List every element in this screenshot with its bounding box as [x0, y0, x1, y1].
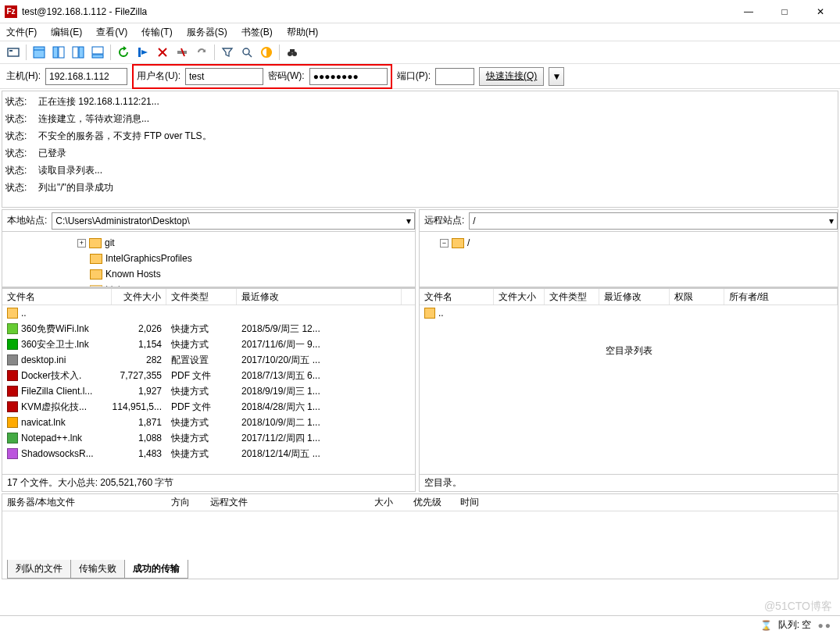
- folder-icon: [90, 254, 102, 264]
- folder-icon: [90, 285, 102, 287]
- tab-success[interactable]: 成功的传输: [124, 560, 188, 579]
- username-input[interactable]: [185, 68, 263, 85]
- folder-icon: [424, 308, 435, 319]
- list-item[interactable]: 360免费WiFi.lnk2,026快捷方式2018/5/9/周三 12...: [2, 321, 415, 337]
- menu-transfer[interactable]: 传输(T): [141, 26, 172, 39]
- col-time[interactable]: 时间: [456, 494, 838, 511]
- log-line: 已登录: [38, 144, 66, 162]
- quickconnect-button[interactable]: 快速连接(Q): [479, 67, 544, 86]
- svg-rect-2: [34, 47, 45, 58]
- list-item[interactable]: ..: [420, 305, 838, 321]
- list-item[interactable]: Notepad++.lnk1,088快捷方式2017/11/2/周四 1...: [2, 430, 415, 446]
- menu-edit[interactable]: 编辑(E): [51, 26, 82, 39]
- status-dots: ●●: [818, 620, 833, 631]
- list-item[interactable]: ShadowsocksR...1,483快捷方式2018/12/14/周五 ..…: [2, 446, 415, 461]
- queue-tabs: 列队的文件 传输失败 成功的传输: [2, 560, 838, 579]
- remote-file-header: 文件名 文件大小 文件类型 最近修改 权限 所有者/组: [420, 288, 838, 305]
- col-size[interactable]: 文件大小: [494, 289, 545, 305]
- host-input[interactable]: [45, 68, 127, 85]
- col-modified[interactable]: 最近修改: [237, 289, 402, 305]
- remote-status: 空目录。: [420, 474, 838, 491]
- svg-point-14: [243, 48, 249, 55]
- svg-rect-9: [92, 55, 103, 58]
- menu-bookmarks[interactable]: 书签(B): [241, 26, 273, 39]
- quickconnect-dropdown[interactable]: ▼: [549, 67, 564, 86]
- menu-server[interactable]: 服务器(S): [187, 26, 227, 39]
- queue-body[interactable]: [2, 511, 838, 560]
- remote-tree[interactable]: −/: [420, 232, 838, 287]
- toggle-remote-tree-icon[interactable]: [70, 44, 87, 61]
- col-size[interactable]: 大小: [370, 494, 409, 511]
- svg-rect-4: [53, 47, 58, 58]
- title-bar: Fz test@192.168.1.112 - FileZilla — □ ✕: [0, 0, 840, 23]
- list-item[interactable]: navicat.lnk1,871快捷方式2018/10/9/周二 1...: [2, 415, 415, 430]
- list-item[interactable]: FileZilla Client.l...1,927快捷方式2018/9/19/…: [2, 383, 415, 399]
- toggle-local-tree-icon[interactable]: [50, 44, 67, 61]
- local-file-list[interactable]: ..360免费WiFi.lnk2,026快捷方式2018/5/9/周三 12..…: [2, 305, 415, 474]
- col-name[interactable]: 文件名: [420, 289, 494, 305]
- collapse-icon[interactable]: −: [440, 239, 449, 248]
- col-remote[interactable]: 远程文件: [206, 494, 370, 511]
- remote-path-combo[interactable]: /▾: [469, 212, 838, 230]
- password-label: 密码(W):: [268, 69, 305, 83]
- status-bar: ⌛ 队列: 空 ●●: [0, 615, 840, 634]
- toolbar: [0, 41, 840, 64]
- close-button[interactable]: ✕: [802, 0, 838, 23]
- list-item[interactable]: KVM虚拟化技...114,951,5...PDF 文件2018/4/28/周六…: [2, 399, 415, 415]
- folder-icon: [452, 238, 464, 248]
- compare-icon[interactable]: [258, 44, 275, 61]
- list-item[interactable]: ..: [2, 305, 415, 321]
- col-size[interactable]: 文件大小: [112, 289, 166, 305]
- filter-icon[interactable]: [219, 44, 236, 61]
- svg-line-15: [248, 54, 252, 57]
- tab-queued[interactable]: 列队的文件: [7, 560, 71, 579]
- tab-failed[interactable]: 传输失败: [70, 560, 125, 579]
- username-label: 用户名(U):: [137, 69, 181, 83]
- password-input[interactable]: [309, 68, 388, 85]
- col-perm[interactable]: 权限: [670, 289, 724, 305]
- refresh-icon[interactable]: [115, 44, 132, 61]
- queue-status: 队列: 空: [778, 618, 812, 632]
- col-priority[interactable]: 优先级: [409, 494, 456, 511]
- svg-rect-5: [59, 47, 64, 58]
- menu-help[interactable]: 帮助(H): [287, 26, 319, 39]
- list-item[interactable]: 360安全卫士.lnk1,154快捷方式2017/11/6/周一 9...: [2, 337, 415, 352]
- menu-bar: 文件(F) 编辑(E) 查看(V) 传输(T) 服务器(S) 书签(B) 帮助(…: [0, 23, 840, 41]
- local-path-combo[interactable]: C:\Users\Administrator\Desktop\▾: [52, 212, 415, 230]
- col-type[interactable]: 文件类型: [545, 289, 599, 305]
- message-log[interactable]: 状态:正在连接 192.168.1.112:21... 状态:连接建立，等待欢迎…: [2, 91, 838, 208]
- col-modified[interactable]: 最近修改: [599, 289, 670, 305]
- local-tree[interactable]: +git IntelGraphicsProfiles Known Hosts L…: [2, 232, 415, 287]
- log-line: 正在连接 192.168.1.112:21...: [38, 93, 159, 110]
- expand-icon[interactable]: +: [77, 239, 86, 248]
- list-item[interactable]: desktop.ini282配置设置2017/10/20/周五 ...: [2, 352, 415, 368]
- menu-file[interactable]: 文件(F): [6, 26, 37, 39]
- svg-rect-7: [79, 47, 84, 58]
- toggle-queue-icon[interactable]: [89, 44, 106, 61]
- col-owner[interactable]: 所有者/组: [724, 289, 838, 305]
- watermark: @51CTO博客: [764, 600, 832, 614]
- menu-view[interactable]: 查看(V): [96, 26, 127, 39]
- svg-rect-0: [8, 48, 19, 56]
- log-line: 读取目录列表...: [38, 162, 102, 179]
- col-server[interactable]: 服务器/本地文件: [2, 494, 166, 511]
- reconnect-icon[interactable]: [193, 44, 210, 61]
- folder-icon: [89, 238, 102, 248]
- minimize-button[interactable]: —: [731, 0, 767, 23]
- search-icon[interactable]: [238, 44, 256, 61]
- process-queue-icon[interactable]: [134, 44, 152, 61]
- site-manager-icon[interactable]: [5, 44, 22, 61]
- cancel-icon[interactable]: [154, 44, 171, 61]
- port-input[interactable]: [435, 68, 474, 85]
- toggle-log-icon[interactable]: [30, 44, 48, 61]
- col-name[interactable]: 文件名: [2, 289, 112, 305]
- col-direction[interactable]: 方向: [166, 494, 206, 511]
- local-site-label: 本地站点:: [2, 214, 52, 227]
- quickconnect-bar: 主机(H): 用户名(U): 密码(W): 端口(P): 快速连接(Q) ▼: [0, 64, 840, 89]
- binoculars-icon[interactable]: [284, 44, 301, 61]
- maximize-button[interactable]: □: [767, 0, 802, 23]
- disconnect-icon[interactable]: [173, 44, 191, 61]
- list-item[interactable]: Docker技术入.7,727,355PDF 文件2018/7/13/周五 6.…: [2, 368, 415, 383]
- remote-file-list[interactable]: .. 空目录列表: [420, 305, 838, 474]
- col-type[interactable]: 文件类型: [166, 289, 237, 305]
